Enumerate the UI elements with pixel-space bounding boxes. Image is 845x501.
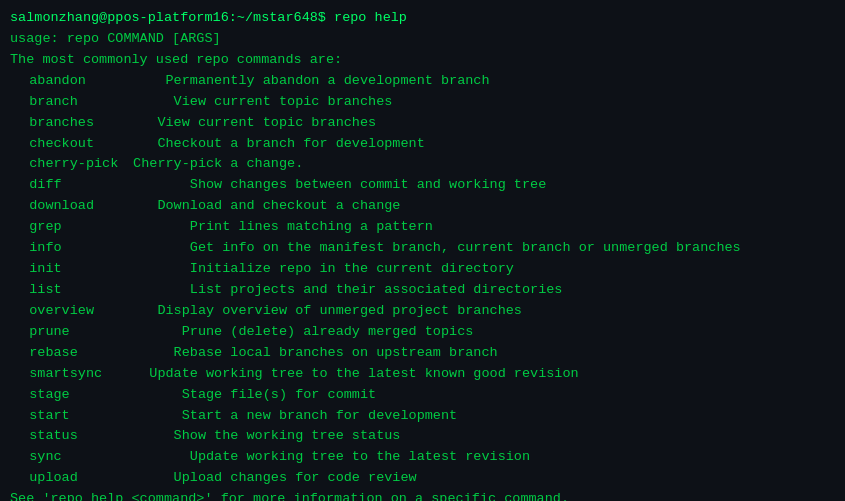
command-name: prune [10, 322, 125, 343]
command-desc: Permanently abandon a development branch [125, 71, 490, 92]
command-desc: Start a new branch for development [125, 406, 457, 427]
command-desc: List projects and their associated direc… [125, 280, 562, 301]
commands-list: abandon Permanently abandon a developmen… [10, 71, 835, 489]
command-row: smartsync Update working tree to the lat… [10, 364, 835, 385]
command-name: stage [10, 385, 125, 406]
command-row: download Download and checkout a change [10, 196, 835, 217]
command-name: download [10, 196, 125, 217]
command-name: list [10, 280, 125, 301]
command-name: checkout [10, 134, 125, 155]
intro-line: The most commonly used repo commands are… [10, 50, 835, 71]
command-desc: Get info on the manifest branch, current… [125, 238, 741, 259]
command-name: abandon [10, 71, 125, 92]
command-row: branches View current topic branches [10, 113, 835, 134]
command-name: init [10, 259, 125, 280]
command-row: sync Update working tree to the latest r… [10, 447, 835, 468]
command-row: prune Prune (delete) already merged topi… [10, 322, 835, 343]
prompt-line: salmonzhang@ppos-platform16:~/mstar648$ … [10, 8, 835, 29]
command-row: diff Show changes between commit and wor… [10, 175, 835, 196]
command-row: rebase Rebase local branches on upstream… [10, 343, 835, 364]
command-row: branch View current topic branches [10, 92, 835, 113]
command-desc: Upload changes for code review [125, 468, 417, 489]
command-name: branches [10, 113, 125, 134]
command-row: init Initialize repo in the current dire… [10, 259, 835, 280]
command-name: diff [10, 175, 125, 196]
footer1: See 'repo help <command>' for more infor… [10, 489, 835, 501]
command-row: checkout Checkout a branch for developme… [10, 134, 835, 155]
command-name: grep [10, 217, 125, 238]
command-row: abandon Permanently abandon a developmen… [10, 71, 835, 92]
command-desc: Cherry-pick a change. [125, 154, 303, 175]
command-desc: View current topic branches [125, 113, 376, 134]
command-row: list List projects and their associated … [10, 280, 835, 301]
command-name: branch [10, 92, 125, 113]
command-desc: Print lines matching a pattern [125, 217, 433, 238]
command-name: status [10, 426, 125, 447]
command-desc: View current topic branches [125, 92, 392, 113]
command-desc: Show changes between commit and working … [125, 175, 546, 196]
command-row: cherry-pick Cherry-pick a change. [10, 154, 835, 175]
command-name: rebase [10, 343, 125, 364]
command-desc: Display overview of unmerged project bra… [125, 301, 522, 322]
usage-line: usage: repo COMMAND [ARGS] [10, 29, 835, 50]
command-desc: Update working tree to the latest known … [125, 364, 579, 385]
command-row: start Start a new branch for development [10, 406, 835, 427]
command-name: sync [10, 447, 125, 468]
command-row: stage Stage file(s) for commit [10, 385, 835, 406]
command-desc: Download and checkout a change [125, 196, 400, 217]
command-name: cherry-pick [10, 154, 125, 175]
command-desc: Show the working tree status [125, 426, 400, 447]
command-name: upload [10, 468, 125, 489]
command-desc: Rebase local branches on upstream branch [125, 343, 498, 364]
command-desc: Update working tree to the latest revisi… [125, 447, 530, 468]
command-row: status Show the working tree status [10, 426, 835, 447]
command-row: upload Upload changes for code review [10, 468, 835, 489]
command-name: overview [10, 301, 125, 322]
command-desc: Prune (delete) already merged topics [125, 322, 473, 343]
command-row: overview Display overview of unmerged pr… [10, 301, 835, 322]
command-row: info Get info on the manifest branch, cu… [10, 238, 835, 259]
command-name: info [10, 238, 125, 259]
command-desc: Checkout a branch for development [125, 134, 425, 155]
command-row: grep Print lines matching a pattern [10, 217, 835, 238]
command-desc: Stage file(s) for commit [125, 385, 376, 406]
command-name: smartsync [10, 364, 125, 385]
terminal: salmonzhang@ppos-platform16:~/mstar648$ … [0, 0, 845, 501]
command-desc: Initialize repo in the current directory [125, 259, 514, 280]
command-name: start [10, 406, 125, 427]
